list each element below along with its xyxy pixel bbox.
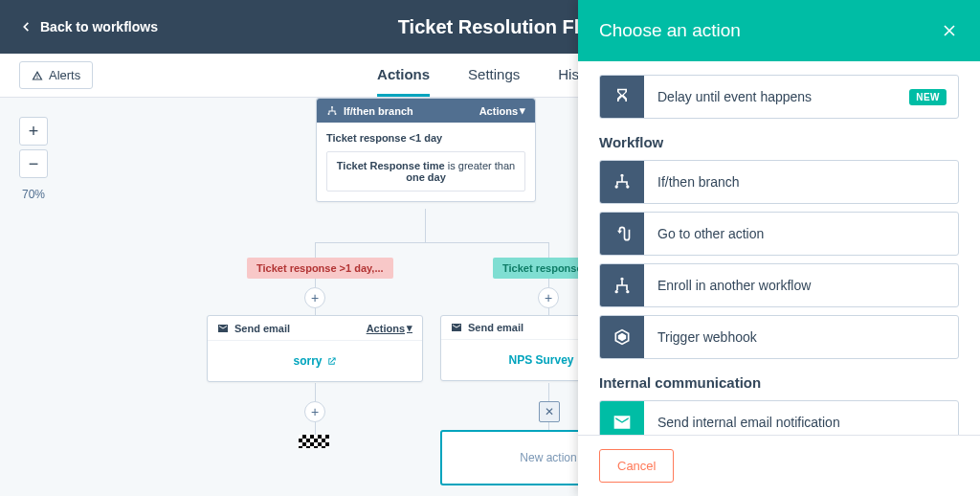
enroll-icon [612, 276, 632, 295]
tab-actions[interactable]: Actions [377, 54, 430, 97]
branch-subtitle: Ticket response <1 day [326, 132, 525, 144]
tab-settings[interactable]: Settings [468, 54, 520, 97]
branch-pill-red[interactable]: Ticket response >1 day,... [247, 258, 393, 279]
action-go-to-other[interactable]: Go to other action [599, 212, 959, 256]
alert-icon [32, 70, 43, 81]
panel-title: Choose an action [599, 20, 741, 41]
email-head-label: Send email [468, 322, 523, 333]
add-action-button[interactable]: + [538, 287, 559, 308]
branch-icon [326, 105, 338, 117]
email-template-link[interactable]: sorry [293, 354, 322, 368]
action-if-then-branch[interactable]: If/then branch [599, 160, 959, 204]
section-workflow: Workflow [599, 134, 959, 150]
external-link-icon [326, 356, 337, 367]
chevron-left-icon [19, 20, 33, 34]
email-actions-menu[interactable]: Actions ▾ [367, 322, 412, 334]
branch-actions-menu[interactable]: Actions ▾ [479, 104, 525, 117]
hourglass-icon [612, 87, 632, 106]
webhook-icon [612, 327, 632, 347]
cancel-button[interactable]: Cancel [599, 449, 674, 483]
mail-icon [217, 323, 229, 334]
workflow-end-marker [299, 435, 329, 448]
action-label: Enroll in another workflow [644, 278, 958, 293]
section-internal-comm: Internal communication [599, 374, 959, 391]
alerts-button[interactable]: Alerts [19, 61, 93, 89]
zoom-in-button[interactable]: + [19, 117, 48, 146]
action-internal-email[interactable]: Send internal email notification [599, 400, 959, 435]
action-label: If/then branch [644, 174, 958, 190]
add-action-button[interactable]: + [304, 287, 325, 308]
if-then-branch-card[interactable]: If/then branch Actions ▾ Ticket response… [316, 98, 536, 202]
new-badge: NEW [909, 89, 947, 105]
branch-icon [612, 172, 632, 192]
close-icon[interactable] [940, 21, 959, 40]
zoom-out-button[interactable]: − [19, 149, 48, 178]
alerts-label: Alerts [49, 68, 80, 82]
goto-icon [612, 224, 632, 243]
email-template-link[interactable]: NPS Survey [508, 353, 573, 367]
action-enroll-workflow[interactable]: Enroll in another workflow [599, 263, 959, 307]
action-trigger-webhook[interactable]: Trigger webhook [599, 315, 959, 359]
action-label: Go to other action [644, 226, 958, 241]
action-delay-until-event[interactable]: Delay until event happens NEW [599, 75, 959, 119]
mail-icon [612, 413, 632, 432]
delete-action-button[interactable]: ✕ [539, 401, 560, 422]
add-action-button[interactable]: + [304, 401, 325, 422]
choose-action-panel: Choose an action Delay until event happe… [578, 0, 980, 496]
mail-icon [451, 322, 462, 333]
action-label: Trigger webhook [644, 329, 958, 345]
chevron-down-icon: ▾ [407, 322, 412, 334]
branch-type-label: If/then branch [344, 105, 413, 117]
email-head-label: Send email [234, 323, 290, 334]
zoom-level: 70% [22, 188, 45, 201]
action-label: Delay until event happens [644, 89, 909, 104]
chevron-down-icon: ▾ [520, 104, 525, 117]
branch-condition: Ticket Response time is greater than one… [326, 151, 525, 192]
send-email-card-left[interactable]: Send email Actions ▾ sorry [207, 315, 423, 382]
action-label: Send internal email notification [644, 415, 958, 430]
